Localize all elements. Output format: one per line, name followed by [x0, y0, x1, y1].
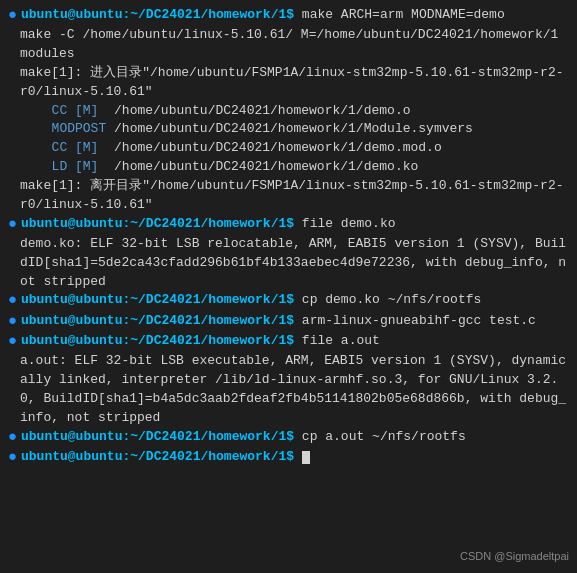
cc-path-3: /home/ubuntu/DC24021/homework/1/demo.mod… [98, 139, 441, 158]
prompt-4: ubuntu@ubuntu:~/DC24021/homework/1$ [21, 313, 294, 328]
command-line-4: ● ubuntu@ubuntu:~/DC24021/homework/1$ ar… [8, 312, 569, 332]
cc-demo-ko: LD [M] /home/ubuntu/DC24021/homework/1/d… [8, 158, 569, 177]
bullet-3: ● [8, 291, 17, 311]
output-file-aout: a.out: ELF 32-bit LSB executable, ARM, E… [8, 352, 569, 427]
command-line-1: ● ubuntu@ubuntu:~/DC24021/homework/1$ ma… [8, 6, 569, 26]
command-line-final: ● ubuntu@ubuntu:~/DC24021/homework/1$ [8, 448, 569, 468]
bullet-6: ● [8, 428, 17, 448]
output-entering: make[1]: 进入目录"/home/ubuntu/FSMP1A/linux-… [8, 64, 569, 102]
command-line-5: ● ubuntu@ubuntu:~/DC24021/homework/1$ fi… [8, 332, 569, 352]
cc-label-3: CC [M] [36, 139, 98, 158]
output-make-c: make -C /home/ubuntu/linux-5.10.61/ M=/h… [8, 26, 569, 64]
cc-label-4: LD [M] [36, 158, 98, 177]
bullet-2: ● [8, 215, 17, 235]
cmd-4: arm-linux-gnueabihf-gcc test.c [294, 313, 536, 328]
cmd-3: cp demo.ko ~/nfs/rootfs [294, 292, 481, 307]
cmd-1: make ARCH=arm MODNAME=demo [294, 7, 505, 22]
command-line-6: ● ubuntu@ubuntu:~/DC24021/homework/1$ cp… [8, 428, 569, 448]
prompt-6: ubuntu@ubuntu:~/DC24021/homework/1$ [21, 429, 294, 444]
prompt-2: ubuntu@ubuntu:~/DC24021/homework/1$ [21, 216, 294, 231]
prompt-final: ubuntu@ubuntu:~/DC24021/homework/1$ [21, 449, 294, 464]
cmd-2: file demo.ko [294, 216, 395, 231]
command-line-2: ● ubuntu@ubuntu:~/DC24021/homework/1$ fi… [8, 215, 569, 235]
prompt-5: ubuntu@ubuntu:~/DC24021/homework/1$ [21, 333, 294, 348]
cc-path-4: /home/ubuntu/DC24021/homework/1/demo.ko [98, 158, 418, 177]
cmd-5: file a.out [294, 333, 380, 348]
output-file-ko: demo.ko: ELF 32-bit LSB relocatable, ARM… [8, 235, 569, 292]
terminal: ● ubuntu@ubuntu:~/DC24021/homework/1$ ma… [0, 0, 577, 573]
cc-path-1: /home/ubuntu/DC24021/homework/1/demo.o [98, 102, 410, 121]
cc-modpost: MODPOST /home/ubuntu/DC24021/homework/1/… [8, 120, 569, 139]
prompt-1: ubuntu@ubuntu:~/DC24021/homework/1$ [21, 7, 294, 22]
cc-demo-mod-o: CC [M] /home/ubuntu/DC24021/homework/1/d… [8, 139, 569, 158]
bullet-7: ● [8, 448, 17, 468]
watermark: CSDN @Sigmadeltpai [460, 549, 569, 565]
output-leaving: make[1]: 离开目录"/home/ubuntu/FSMP1A/linux-… [8, 177, 569, 215]
cmd-final [294, 449, 302, 464]
cursor [302, 451, 310, 464]
bullet-1: ● [8, 6, 17, 26]
cc-demo-o: CC [M] /home/ubuntu/DC24021/homework/1/d… [8, 102, 569, 121]
bullet-5: ● [8, 332, 17, 352]
command-line-3: ● ubuntu@ubuntu:~/DC24021/homework/1$ cp… [8, 291, 569, 311]
cc-label-2: MODPOST [36, 120, 106, 139]
cc-path-2: /home/ubuntu/DC24021/homework/1/Module.s… [106, 120, 473, 139]
cc-label-1: CC [M] [36, 102, 98, 121]
bullet-4: ● [8, 312, 17, 332]
cmd-6: cp a.out ~/nfs/rootfs [294, 429, 466, 444]
prompt-3: ubuntu@ubuntu:~/DC24021/homework/1$ [21, 292, 294, 307]
